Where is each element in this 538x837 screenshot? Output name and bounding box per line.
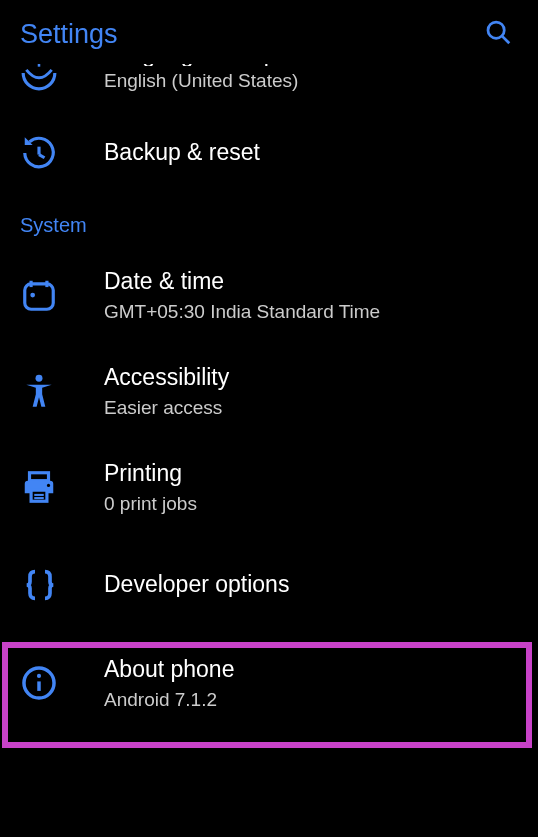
section-header-system: System	[0, 196, 538, 247]
item-title-fragment: Languages & input	[104, 64, 518, 66]
svg-rect-5	[25, 284, 54, 309]
settings-item-datetime[interactable]: Date & time GMT+05:30 India Standard Tim…	[0, 247, 538, 343]
braces-icon	[20, 565, 104, 605]
svg-rect-10	[30, 472, 49, 480]
settings-item-backup[interactable]: Backup & reset	[0, 110, 538, 196]
item-subtitle: Android 7.1.2	[104, 689, 518, 711]
printer-icon	[20, 468, 104, 506]
calendar-icon	[20, 276, 104, 314]
svg-point-14	[47, 484, 50, 487]
item-title: Backup & reset	[104, 138, 518, 168]
item-title: About phone	[104, 655, 518, 685]
search-icon	[483, 17, 513, 51]
restore-icon	[20, 134, 104, 172]
settings-list[interactable]: Languages & input English (United States…	[0, 64, 538, 837]
app-header: Settings	[0, 0, 538, 64]
globe-icon	[20, 64, 104, 92]
item-title: Printing	[104, 459, 518, 489]
item-subtitle: 0 print jobs	[104, 493, 518, 515]
svg-point-9	[36, 375, 43, 382]
svg-line-4	[39, 155, 45, 158]
settings-item-languages[interactable]: Languages & input English (United States…	[0, 64, 538, 110]
page-title: Settings	[20, 19, 118, 50]
svg-line-1	[502, 36, 509, 43]
item-subtitle: English (United States)	[104, 70, 518, 92]
settings-item-developer-options[interactable]: Developer options	[0, 535, 538, 635]
settings-item-accessibility[interactable]: Accessibility Easier access	[0, 343, 538, 439]
info-icon	[20, 664, 104, 702]
accessibility-icon	[20, 372, 104, 410]
svg-point-8	[30, 293, 35, 298]
svg-point-0	[488, 22, 504, 38]
svg-point-17	[37, 673, 41, 677]
settings-item-printing[interactable]: Printing 0 print jobs	[0, 439, 538, 535]
search-button[interactable]	[478, 14, 518, 54]
item-title: Developer options	[104, 570, 518, 600]
item-subtitle: Easier access	[104, 397, 518, 419]
settings-item-about-phone[interactable]: About phone Android 7.1.2	[0, 635, 538, 731]
item-title: Accessibility	[104, 363, 518, 393]
item-title: Date & time	[104, 267, 518, 297]
item-subtitle: GMT+05:30 India Standard Time	[104, 301, 518, 323]
